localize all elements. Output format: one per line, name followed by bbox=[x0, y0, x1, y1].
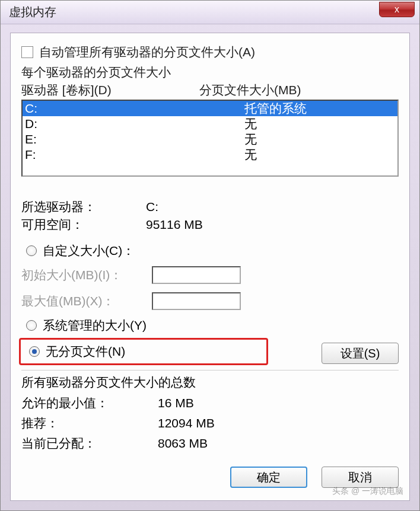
drive-letter: E: bbox=[25, 132, 244, 147]
ok-button[interactable]: 确定 bbox=[230, 467, 307, 488]
no-paging-label: 无分页文件(N) bbox=[46, 343, 125, 360]
selected-drive-label: 所选驱动器： bbox=[21, 198, 146, 216]
cancel-button[interactable]: 取消 bbox=[322, 467, 399, 488]
radio-icon bbox=[26, 245, 37, 256]
custom-size-option[interactable]: 自定义大小(C)： bbox=[21, 239, 399, 262]
custom-size-label: 自定义大小(C)： bbox=[43, 241, 135, 261]
cancel-button-label: 取消 bbox=[348, 470, 372, 486]
radio-icon bbox=[29, 346, 40, 357]
drive-letter: C: bbox=[25, 101, 244, 116]
totals-title: 所有驱动器分页文件大小的总数 bbox=[21, 374, 399, 391]
close-button[interactable]: x bbox=[379, 2, 415, 17]
list-item[interactable]: D: 无 bbox=[23, 116, 397, 132]
drive-status: 无 bbox=[244, 147, 395, 162]
col-size: 分页文件大小(MB) bbox=[199, 82, 399, 98]
drive-status: 无 bbox=[244, 132, 395, 147]
cur-label: 当前已分配： bbox=[21, 433, 158, 453]
window-title: 虚拟内存 bbox=[5, 4, 56, 20]
titlebar: 虚拟内存 x bbox=[1, 1, 419, 24]
per-drive-title: 每个驱动器的分页文件大小 bbox=[21, 64, 399, 81]
list-item[interactable]: C: 托管的系统 bbox=[23, 101, 397, 116]
column-headers: 驱动器 [卷标](D) 分页文件大小(MB) bbox=[21, 82, 399, 98]
cur-value: 8063 MB bbox=[158, 433, 208, 453]
highlighted-option: 无分页文件(N) bbox=[19, 338, 268, 365]
free-space-value: 95116 MB bbox=[146, 216, 203, 234]
auto-manage-checkbox[interactable] bbox=[21, 46, 33, 58]
radio-icon bbox=[26, 320, 37, 331]
totals-section: 允许的最小值： 16 MB 推荐： 12094 MB 当前已分配： 8063 M… bbox=[21, 393, 399, 453]
selected-drive-info: 所选驱动器： C: 可用空间： 95116 MB bbox=[21, 198, 399, 234]
system-managed-label: 系统管理的大小(Y) bbox=[43, 315, 147, 336]
free-space-label: 可用空间： bbox=[21, 216, 146, 234]
watermark: 头条 @ 一涛说电脑 bbox=[332, 486, 403, 497]
footer-buttons: 确定 取消 bbox=[21, 467, 399, 488]
divider bbox=[21, 370, 399, 371]
initial-size-label: 初始大小(MB)(I)： bbox=[21, 262, 152, 288]
drive-letter: D: bbox=[25, 116, 244, 132]
client-area: 自动管理所有驱动器的分页文件大小(A) 每个驱动器的分页文件大小 驱动器 [卷标… bbox=[10, 33, 410, 501]
drive-listbox[interactable]: C: 托管的系统 D: 无 E: 无 F: 无 bbox=[21, 100, 399, 177]
drive-status: 无 bbox=[244, 116, 395, 132]
max-size-label: 最大值(MB)(X)： bbox=[21, 288, 152, 314]
auto-manage-row: 自动管理所有驱动器的分页文件大小(A) bbox=[21, 44, 399, 60]
initial-size-input[interactable] bbox=[152, 266, 241, 284]
list-item[interactable]: F: 无 bbox=[23, 147, 397, 162]
ok-button-label: 确定 bbox=[257, 470, 281, 486]
set-button-label: 设置(S) bbox=[341, 346, 380, 362]
system-managed-option[interactable]: 系统管理的大小(Y) bbox=[21, 314, 399, 337]
virtual-memory-dialog: 虚拟内存 x 自动管理所有驱动器的分页文件大小(A) 每个驱动器的分页文件大小 … bbox=[0, 0, 420, 511]
no-paging-option[interactable]: 无分页文件(N) bbox=[24, 342, 125, 361]
close-icon: x bbox=[394, 4, 399, 15]
col-drive: 驱动器 [卷标](D) bbox=[21, 82, 199, 98]
auto-manage-label: 自动管理所有驱动器的分页文件大小(A) bbox=[39, 44, 255, 60]
list-item[interactable]: E: 无 bbox=[23, 132, 397, 147]
rec-label: 推荐： bbox=[21, 413, 158, 433]
set-button[interactable]: 设置(S) bbox=[322, 343, 399, 364]
max-size-input[interactable] bbox=[152, 292, 241, 310]
drive-status: 托管的系统 bbox=[244, 101, 395, 116]
rec-value: 12094 MB bbox=[158, 413, 215, 433]
min-value: 16 MB bbox=[158, 393, 194, 413]
selected-drive-value: C: bbox=[146, 198, 158, 216]
drive-letter: F: bbox=[25, 147, 244, 162]
min-label: 允许的最小值： bbox=[21, 393, 158, 413]
